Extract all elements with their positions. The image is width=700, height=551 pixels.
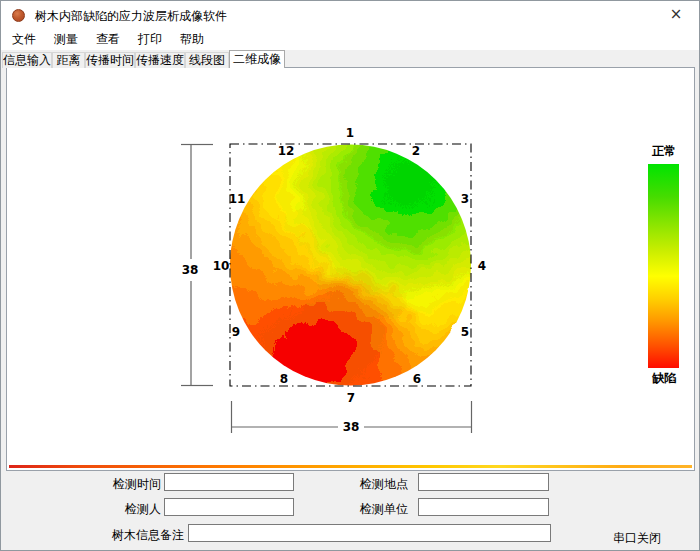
tomogram-figure: 38 38 1 2 3 4 5 6 7 8 9 10 11 (151, 119, 496, 454)
sensor-label-11: 11 (229, 192, 246, 206)
detect-unit-input[interactable] (418, 498, 549, 516)
bottom-gradient-strip (9, 465, 692, 468)
colorbar-defect-label: 缺陷 (636, 370, 692, 387)
sensor-label-4: 4 (478, 259, 486, 273)
colorbar (648, 164, 679, 368)
sensor-label-7: 7 (347, 391, 355, 405)
tree-remark-input[interactable] (188, 524, 551, 542)
tab-propagation-time[interactable]: 传播时间 (85, 52, 135, 68)
sensor-label-3: 3 (461, 192, 469, 206)
imaging-canvas: 38 38 1 2 3 4 5 6 7 8 9 10 11 (6, 67, 695, 471)
tab-info-input[interactable]: 信息输入 (2, 52, 52, 68)
detect-person-label: 检测人 (91, 501, 161, 518)
height-dimension-label: 38 (182, 263, 199, 277)
menu-item-measure[interactable]: 测量 (45, 28, 87, 51)
menu-bar: 文件 测量 查看 打印 帮助 (1, 28, 699, 50)
menu-item-help[interactable]: 帮助 (171, 28, 213, 51)
width-dimension-label: 38 (343, 420, 360, 434)
sensor-label-10: 10 (213, 259, 230, 273)
detect-unit-label: 检测单位 (341, 501, 408, 518)
detect-time-input[interactable] (164, 473, 294, 491)
tree-remark-label: 树木信息备注 (91, 527, 184, 544)
sensor-label-8: 8 (280, 372, 288, 386)
title-bar: 树木内部缺陷的应力波层析成像软件 × (1, 1, 699, 28)
tab-distance[interactable]: 距离 (52, 52, 85, 68)
window-title: 树木内部缺陷的应力波层析成像软件 (35, 8, 227, 25)
sensor-label-12: 12 (278, 144, 295, 158)
sensor-label-9: 9 (232, 325, 240, 339)
close-icon[interactable]: × (667, 6, 685, 24)
serial-port-status: 串口关闭 (613, 530, 661, 547)
detect-person-input[interactable] (164, 498, 294, 516)
detect-time-label: 检测时间 (91, 476, 161, 493)
detect-place-input[interactable] (418, 473, 549, 491)
menu-item-view[interactable]: 查看 (87, 28, 129, 51)
tab-2d-imaging[interactable]: 二维成像 (229, 50, 285, 68)
app-window: 树木内部缺陷的应力波层析成像软件 × 文件 测量 查看 打印 帮助 信息输入 距… (0, 0, 700, 551)
app-icon (12, 9, 25, 22)
sensor-label-1: 1 (346, 126, 354, 140)
sensor-label-2: 2 (412, 144, 420, 158)
tab-line-graph[interactable]: 线段图 (185, 52, 229, 68)
menu-item-print[interactable]: 打印 (129, 28, 171, 51)
menu-item-file[interactable]: 文件 (3, 28, 45, 51)
tab-propagation-speed[interactable]: 传播速度 (135, 52, 185, 68)
colorbar-normal-label: 正常 (636, 143, 692, 160)
tab-bar: 信息输入 距离 传播时间 传播速度 线段图 二维成像 (2, 50, 285, 68)
detect-place-label: 检测地点 (341, 476, 408, 493)
sensor-label-6: 6 (413, 372, 421, 386)
sensor-label-5: 5 (461, 325, 469, 339)
tomogram-disc (188, 119, 495, 419)
